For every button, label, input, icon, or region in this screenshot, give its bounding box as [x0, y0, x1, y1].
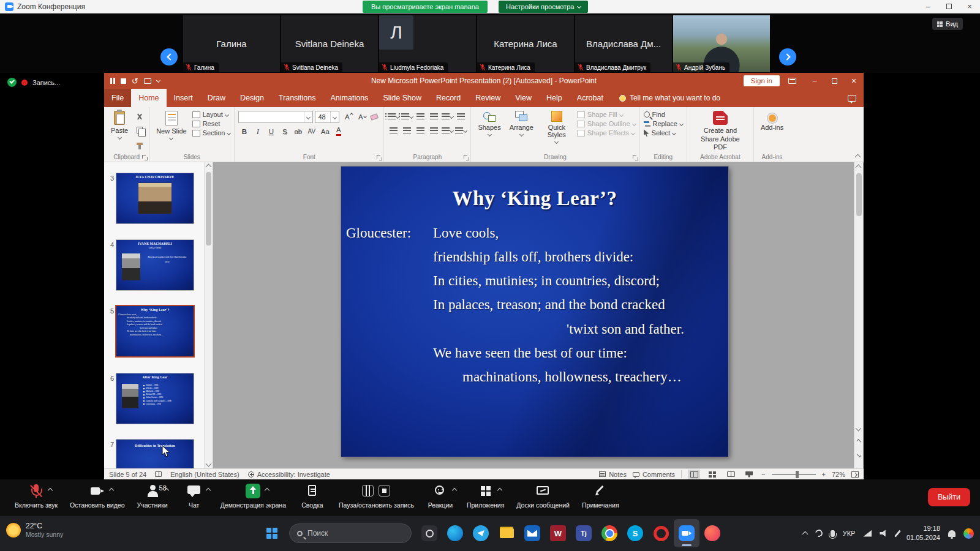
font-style-button[interactable]: B [238, 126, 250, 137]
font-style-button[interactable]: U [265, 126, 277, 137]
slide-canvas[interactable]: Why ‘King Lear’? Gloucester:Love cools, … [341, 167, 728, 457]
vertical-scrollbar[interactable] [854, 162, 863, 468]
chevron-up-icon[interactable] [497, 488, 502, 493]
zoom-toolbar-button[interactable]: Примечания [576, 479, 625, 515]
collapse-ribbon-icon[interactable] [855, 154, 861, 160]
scroll-up-icon[interactable] [856, 165, 862, 171]
zoom-toolbar-button[interactable]: 58 Участники [131, 479, 174, 515]
pause-recording-icon[interactable] [110, 78, 115, 84]
comment-icon[interactable] [848, 95, 856, 102]
minimize-button[interactable]: – [918, 0, 938, 13]
font-style-button[interactable]: ab [292, 126, 304, 137]
normal-view-button[interactable] [688, 470, 700, 479]
ribbon-tab[interactable]: File [104, 89, 131, 107]
taskbar-app-button[interactable]: W [545, 519, 571, 547]
taskbar-app-button[interactable]: S [622, 519, 648, 547]
zoom-toolbar-button[interactable]: Включить звук [9, 479, 64, 515]
font-style-button[interactable]: S [279, 126, 290, 137]
taskbar-app-button[interactable] [648, 519, 674, 547]
ppt-minimize-button[interactable]: – [805, 73, 824, 89]
fit-to-window-icon[interactable] [851, 471, 859, 478]
zoom-toolbar-button[interactable]: Остановить видео [64, 479, 130, 515]
sync-icon[interactable] [815, 530, 823, 537]
ppt-close-button[interactable]: × [844, 73, 864, 89]
wifi-icon[interactable] [863, 530, 872, 537]
search-input[interactable] [307, 529, 393, 538]
undo-icon[interactable]: ↺ [132, 77, 138, 85]
proofing-icon[interactable] [155, 471, 162, 477]
font-name-combobox[interactable] [238, 111, 313, 123]
next-slide-button[interactable] [856, 452, 862, 459]
language-indicator[interactable]: УКР [843, 530, 856, 537]
ribbon-tab[interactable]: View [508, 89, 539, 107]
shape-fill-button[interactable]: Shape Fill [577, 111, 636, 118]
chevron-up-icon[interactable] [48, 488, 53, 493]
start-from-beginning-icon[interactable] [144, 78, 151, 84]
zoom-toolbar-button[interactable]: Чат [174, 479, 214, 515]
sign-in-button[interactable]: Sign in [744, 75, 780, 86]
shape-effects-button[interactable]: Shape Effects [577, 129, 636, 137]
scroll-down-icon[interactable] [856, 425, 862, 432]
view-layout-button[interactable]: Вид [932, 18, 963, 30]
participant-tile[interactable]: Галина Галина [183, 15, 280, 72]
participant-tile[interactable]: Л Liudmyla Fedoriaka [379, 15, 476, 72]
comments-button[interactable]: Comments [633, 471, 675, 478]
accessibility-status[interactable]: Accessibility: Investigate [248, 471, 330, 478]
text-direction-button[interactable] [455, 111, 467, 122]
font-style-button[interactable]: AV [306, 126, 317, 137]
ribbon-tab[interactable]: Record [429, 89, 468, 107]
ribbon-tab[interactable]: Help [539, 89, 570, 107]
chevron-up-icon[interactable] [205, 488, 210, 493]
align-right-button[interactable] [415, 125, 426, 137]
bullets-button[interactable] [388, 111, 399, 122]
scroll-down-icon[interactable] [206, 461, 212, 467]
scroll-participants-left-button[interactable] [160, 48, 178, 66]
columns-button[interactable] [442, 125, 453, 137]
shapes-button[interactable]: Shapes [475, 110, 503, 153]
reset-button[interactable]: Reset [192, 120, 231, 127]
layout-button[interactable]: Layout [192, 111, 231, 118]
shape-outline-button[interactable]: Shape Outline [577, 120, 636, 127]
hidden-icons-chevron[interactable] [803, 530, 807, 536]
pen-icon[interactable] [897, 530, 899, 538]
slide-sorter-view-button[interactable] [706, 470, 718, 479]
ribbon-tab[interactable]: Insert [167, 89, 200, 107]
replace-button[interactable]: Replace [644, 120, 683, 127]
font-dialog-launcher[interactable] [377, 155, 382, 160]
ribbon-tab[interactable]: Animations [323, 89, 376, 107]
reading-view-button[interactable] [725, 470, 737, 479]
notifications-bell-icon[interactable] [948, 530, 956, 537]
view-options-dropdown[interactable]: Настройки просмотра [499, 1, 588, 13]
thumbnail-slide-4[interactable]: 4 IVANE MACHABELI (1854-1898) King Lear … [104, 240, 194, 290]
justify-button[interactable] [428, 125, 440, 137]
scroll-participants-right-button[interactable] [779, 48, 796, 66]
zoom-slider-thumb[interactable] [796, 471, 799, 478]
thumbnail-slide-3[interactable]: 3 ILYA CHAVCHAVADZE [104, 173, 194, 223]
ribbon-tab[interactable]: Design [233, 89, 271, 107]
numbering-button[interactable] [401, 111, 413, 122]
ribbon-tab[interactable]: Review [468, 89, 508, 107]
zoom-level[interactable]: 72% [832, 471, 845, 478]
chevron-up-icon[interactable] [265, 488, 270, 493]
font-size-combobox[interactable]: 48 [315, 111, 339, 123]
taskbar-app-button[interactable] [699, 519, 725, 547]
increase-indent-button[interactable] [428, 111, 440, 122]
clock[interactable]: 19:18 01.05.2024 [907, 524, 940, 542]
create-pdf-button[interactable]: Create and Share Adobe PDF [691, 110, 750, 153]
volume-icon[interactable] [880, 530, 889, 537]
clear-formatting-button[interactable] [368, 111, 380, 123]
zoom-toolbar-button[interactable]: Сводка [292, 479, 333, 515]
zoom-toolbar-button[interactable]: Демонстрация экрана [214, 479, 292, 515]
zoom-toolbar-button[interactable]: Реакции [420, 479, 461, 515]
scrollbar-thumb[interactable] [206, 172, 211, 246]
previous-slide-button[interactable] [856, 438, 862, 445]
arrange-button[interactable]: Arrange [507, 110, 537, 153]
copy-button[interactable] [134, 124, 145, 136]
format-painter-button[interactable] [134, 138, 145, 149]
taskbar-app-button[interactable] [597, 519, 622, 547]
decrease-indent-button[interactable] [415, 111, 426, 122]
font-style-button[interactable]: I [252, 126, 263, 137]
ppt-restore-button[interactable] [824, 73, 844, 89]
close-button[interactable]: × [959, 0, 980, 13]
thumbnail-scrollbar[interactable] [204, 162, 213, 468]
